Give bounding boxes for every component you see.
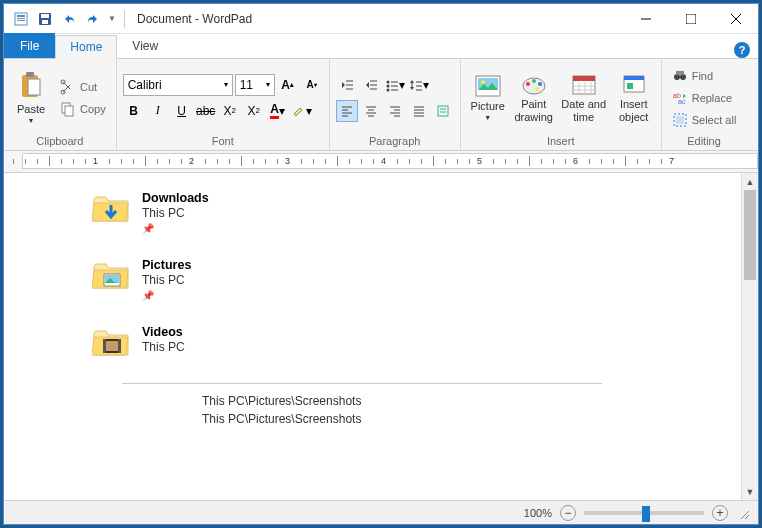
selectall-icon (672, 112, 688, 128)
copy-button[interactable]: Copy (56, 98, 110, 119)
align-center-button[interactable] (360, 100, 382, 122)
svg-rect-70 (627, 83, 633, 89)
document-area: Downloads This PC 📌 Pictures This PC 📌 V… (4, 173, 758, 500)
datetime-button[interactable]: Date and time (559, 65, 609, 131)
zoom-out-button[interactable]: − (560, 505, 576, 521)
svg-text:ac: ac (678, 98, 686, 105)
cut-button[interactable]: Cut (56, 76, 110, 97)
folder-item: Videos This PC (92, 325, 741, 359)
ruler[interactable]: 1234567 (4, 151, 758, 173)
svg-point-57 (526, 82, 530, 86)
vertical-scrollbar[interactable]: ▲ ▼ (741, 173, 758, 500)
window-title: Document - WordPad (129, 12, 623, 26)
font-size-combo[interactable]: 11▾ (235, 74, 275, 96)
svg-point-25 (386, 84, 389, 87)
save-icon[interactable] (34, 8, 56, 30)
undo-icon[interactable] (58, 8, 80, 30)
justify-button[interactable] (408, 100, 430, 122)
svg-rect-17 (65, 106, 73, 116)
copy-label: Copy (80, 103, 106, 115)
folder-location: This PC (142, 273, 191, 287)
font-group-label: Font (123, 133, 323, 149)
font-name-combo[interactable]: Calibri▾ (123, 74, 233, 96)
bullets-button[interactable]: ▾ (384, 74, 406, 96)
wordpad-icon[interactable] (10, 8, 32, 30)
svg-rect-6 (42, 20, 48, 24)
paint-label: Paint drawing (513, 98, 555, 122)
close-button[interactable] (713, 5, 758, 33)
folder-name: Downloads (142, 191, 209, 205)
svg-rect-3 (17, 20, 25, 21)
svg-rect-5 (41, 14, 49, 18)
shrink-font-button[interactable]: A▾ (301, 74, 323, 96)
paragraph-group-label: Paragraph (336, 133, 454, 149)
svg-point-26 (386, 88, 389, 91)
svg-rect-50 (438, 106, 448, 116)
minimize-button[interactable] (623, 5, 668, 33)
file-tab[interactable]: File (4, 33, 55, 58)
wordpad-window: ▼ Document - WordPad File Home View ? Pa… (3, 3, 759, 525)
svg-point-55 (481, 80, 485, 84)
resize-grip-icon[interactable] (736, 506, 750, 520)
editing-group-label: Editing (668, 133, 741, 149)
qat-dropdown-icon[interactable]: ▼ (106, 8, 118, 30)
paragraph-dialog-button[interactable] (432, 100, 454, 122)
highlight-button[interactable]: ▾ (291, 100, 313, 122)
svg-point-58 (532, 79, 536, 83)
paste-button[interactable]: Paste ▼ (10, 65, 52, 131)
svg-rect-13 (28, 79, 40, 95)
home-tab[interactable]: Home (55, 35, 117, 59)
redo-icon[interactable] (82, 8, 104, 30)
folder-icon (92, 325, 130, 359)
bold-button[interactable]: B (123, 100, 145, 122)
selectall-button[interactable]: Select all (668, 109, 741, 130)
scroll-down-button[interactable]: ▼ (742, 483, 758, 500)
svg-rect-62 (573, 76, 595, 81)
scroll-up-button[interactable]: ▲ (742, 173, 758, 190)
line-spacing-button[interactable]: ▾ (408, 74, 430, 96)
folder-icon (92, 258, 130, 292)
maximize-button[interactable] (668, 5, 713, 33)
binoculars-icon (672, 68, 688, 84)
picture-label: Picture (471, 100, 505, 112)
svg-rect-73 (676, 71, 684, 75)
replace-button[interactable]: abac Replace (668, 87, 741, 108)
scissors-icon (60, 79, 76, 95)
find-button[interactable]: Find (668, 65, 741, 86)
decrease-indent-button[interactable] (336, 74, 358, 96)
grow-font-button[interactable]: A▴ (277, 74, 299, 96)
separator (124, 10, 125, 28)
folder-name: Pictures (142, 258, 191, 272)
find-label: Find (692, 70, 713, 82)
document-content[interactable]: Downloads This PC 📌 Pictures This PC 📌 V… (4, 173, 741, 500)
svg-rect-81 (105, 341, 119, 351)
text-color-button[interactable]: A▾ (267, 100, 289, 122)
zoom-slider[interactable] (584, 511, 704, 515)
subscript-button[interactable]: X2 (219, 100, 241, 122)
svg-rect-77 (676, 116, 684, 124)
underline-button[interactable]: U (171, 100, 193, 122)
object-button[interactable]: Insert object (613, 65, 655, 131)
zoom-in-button[interactable]: + (712, 505, 728, 521)
help-icon[interactable]: ? (734, 42, 750, 58)
ribbon: Paste ▼ Cut Copy Clipboard (4, 59, 758, 151)
italic-button[interactable]: I (147, 100, 169, 122)
paragraph-group: ▾ ▾ Paragraph (330, 59, 461, 150)
align-right-button[interactable] (384, 100, 406, 122)
paste-label: Paste (17, 103, 45, 115)
paint-button[interactable]: Paint drawing (513, 65, 555, 131)
superscript-button[interactable]: X2 (243, 100, 265, 122)
scroll-thumb[interactable] (744, 190, 756, 280)
font-group: Calibri▾ 11▾ A▴ A▾ B I U abc X2 X2 A▾ ▾ (117, 59, 330, 150)
svg-rect-82 (103, 339, 106, 353)
strikethrough-button[interactable]: abc (195, 100, 217, 122)
folder-item: Pictures This PC 📌 (92, 258, 741, 301)
quick-access-toolbar: ▼ (4, 8, 129, 30)
increase-indent-button[interactable] (360, 74, 382, 96)
align-left-button[interactable] (336, 100, 358, 122)
svg-rect-1 (17, 15, 25, 17)
folder-location: This PC (142, 206, 209, 220)
view-tab[interactable]: View (117, 34, 173, 58)
picture-button[interactable]: Picture▼ (467, 65, 509, 131)
folder-location: This PC (142, 340, 185, 354)
